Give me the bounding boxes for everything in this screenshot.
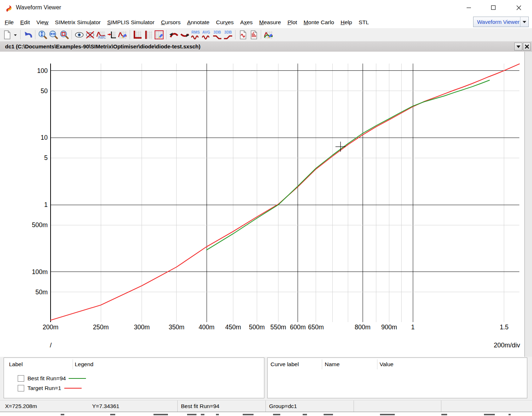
- x-tick-label: 600m: [290, 324, 306, 331]
- new-plot-icon: [2, 30, 12, 40]
- legend-row: Best fit Run=94: [4, 373, 86, 383]
- close-icon: [516, 5, 522, 10]
- y-tick-label: 1: [44, 201, 48, 208]
- caret-down-button[interactable]: [12, 29, 18, 40]
- menu-view[interactable]: View: [33, 18, 52, 27]
- column-divider[interactable]: [322, 359, 322, 369]
- 3db-lowpass-icon: 3DB: [212, 30, 222, 40]
- grid-edit-icon: [154, 30, 164, 40]
- menu-cursors[interactable]: Cursors: [158, 18, 184, 27]
- new-plot-button[interactable]: [1, 29, 12, 40]
- grid-edit-button[interactable]: [153, 29, 164, 40]
- toolbar-separator: [130, 30, 130, 39]
- x-tick-label: 250m: [93, 324, 109, 331]
- close-button[interactable]: [508, 0, 529, 15]
- menu-monte-carlo[interactable]: Monte Carlo: [300, 18, 337, 27]
- undo-button[interactable]: [22, 29, 33, 40]
- clipped-window-artifact: [324, 414, 333, 415]
- hide-curve-button[interactable]: [85, 29, 95, 40]
- add-axis-button[interactable]: [106, 29, 117, 40]
- column-divider[interactable]: [73, 359, 73, 369]
- caret-down-icon: [12, 30, 18, 40]
- page-sine-button[interactable]: [237, 29, 248, 40]
- menu-file[interactable]: File: [1, 18, 17, 27]
- edit-curve-button[interactable]: [117, 29, 128, 40]
- menu-bar: FileEditViewSIMetrix SimulatorSIMPLIS Si…: [0, 16, 532, 28]
- column-divider[interactable]: [377, 359, 377, 369]
- tab-list-dropdown-button[interactable]: [514, 43, 522, 51]
- edit-curve-icon: [118, 30, 127, 40]
- x-tick-label: 800m: [355, 324, 371, 331]
- zoom-box-button[interactable]: [59, 29, 70, 40]
- y-tick-label: 100m: [32, 268, 48, 276]
- tab-title[interactable]: dc1 (C:\Documents\Examples-90\SIMetrix\O…: [5, 43, 200, 49]
- curve-up-button[interactable]: [168, 29, 179, 40]
- zoom-y-icon: [38, 30, 48, 40]
- curve-visibility-checkbox[interactable]: [18, 385, 24, 391]
- page-sine-icon: [238, 30, 248, 40]
- menu-stl[interactable]: STL: [355, 18, 372, 27]
- tab-bar: dc1 (C:\Documents\Examples-90\SIMetrix\O…: [0, 42, 532, 52]
- menu-annotate[interactable]: Annotate: [184, 18, 213, 27]
- y-tick-label: 500m: [32, 221, 48, 229]
- menu-simetrix-simulator[interactable]: SIMetrix Simulator: [52, 18, 104, 27]
- toolbar-separator: [35, 30, 35, 39]
- menu-plot[interactable]: Plot: [284, 18, 300, 27]
- label-curve-icon: ABC: [96, 30, 106, 40]
- status-curve-cell: Best fit Run=94: [178, 400, 266, 412]
- maximize-button[interactable]: [483, 0, 504, 15]
- menu-edit[interactable]: Edit: [17, 18, 33, 27]
- page-fft-button[interactable]: [248, 29, 259, 40]
- menu-axes[interactable]: Axes: [237, 18, 256, 27]
- y-tick-label: 50: [41, 87, 48, 95]
- tab-close-button[interactable]: [523, 43, 531, 51]
- y-tick-label: 100: [37, 67, 48, 74]
- waveform-plot[interactable]: 200m250m300m350m400m450m500m550m600m650m…: [0, 52, 524, 357]
- axes-corner-button[interactable]: [132, 29, 143, 40]
- graph-area[interactable]: 200m250m300m350m400m450m500m550m600m650m…: [0, 52, 525, 357]
- menu-help[interactable]: Help: [337, 18, 355, 27]
- curve-down-button[interactable]: [179, 29, 190, 40]
- legend-row-label[interactable]: Best fit Run=94: [27, 375, 66, 382]
- chevron-down-icon: [523, 21, 526, 23]
- clipped-window-artifact: [216, 414, 219, 415]
- 3db-highpass-button[interactable]: 3DB: [222, 29, 233, 40]
- curve-target-run-1[interactable]: [51, 64, 519, 320]
- menu-measure[interactable]: Measure: [256, 18, 284, 27]
- show-curve-button[interactable]: [74, 29, 85, 40]
- toolbar-separator: [261, 30, 261, 39]
- curve-visibility-checkbox[interactable]: [18, 375, 24, 382]
- 3db-lowpass-button[interactable]: 3DB: [212, 29, 222, 40]
- x-tick-label: 500m: [249, 324, 265, 331]
- curve-color-swatch: [64, 388, 82, 389]
- avg-icon: AVG: [202, 30, 211, 40]
- combo-dropdown-arrow[interactable]: [520, 17, 528, 27]
- menu-simplis-simulator[interactable]: SIMPLIS Simulator: [104, 18, 158, 27]
- minimize-button[interactable]: [458, 0, 480, 15]
- curve-down-icon: [180, 30, 190, 40]
- axis-vertical-button[interactable]: [143, 29, 153, 40]
- toolbar-separator: [166, 30, 166, 39]
- column-header-name: Name: [325, 361, 339, 368]
- viewer-mode-combo[interactable]: Waveform Viewer: [473, 17, 529, 27]
- clipped-window-artifact: [153, 414, 168, 415]
- zoom-y-button[interactable]: [37, 29, 48, 40]
- curve-up-icon: [169, 30, 179, 40]
- rms-button[interactable]: RMS: [190, 29, 201, 40]
- status-curve-name: Best fit Run=94: [181, 403, 219, 410]
- clipped-window-artifact: [484, 414, 495, 415]
- label-curve-button[interactable]: ABC: [95, 29, 106, 40]
- x-tick-label: 1.5: [500, 324, 509, 331]
- menu-curves[interactable]: Curves: [213, 18, 237, 27]
- avg-button[interactable]: AVG: [201, 29, 212, 40]
- status-bar: X=725.208m Y=7.34361 Best fit Run=94 Gro…: [0, 400, 532, 412]
- y-tick-label: 50m: [35, 289, 48, 296]
- x-tick-label: 450m: [225, 324, 241, 331]
- toolbar-separator: [72, 30, 72, 39]
- legend-row-label[interactable]: Target Run=1: [27, 385, 61, 391]
- multi-curve-edit-button[interactable]: [263, 29, 274, 40]
- minimize-icon: [466, 5, 471, 10]
- zoom-box-icon: [60, 30, 69, 40]
- legend-panel: Label Legend Best fit Run=94Target Run=1: [4, 358, 264, 398]
- zoom-x-button[interactable]: [48, 29, 59, 40]
